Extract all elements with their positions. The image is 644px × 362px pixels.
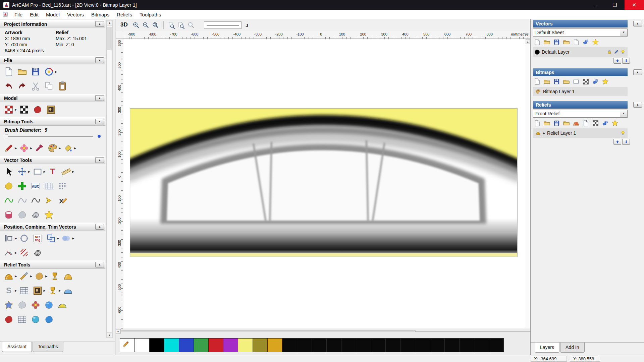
palette-swatch-13[interactable] [312, 338, 327, 352]
palette-swatch-25[interactable] [489, 338, 504, 352]
constant-height-icon[interactable] [61, 284, 75, 297]
slider-handle[interactable] [5, 134, 8, 139]
scroll-up-button[interactable]: ▲ [526, 39, 530, 44]
project-information-collapse-button[interactable]: ▲ [95, 21, 104, 27]
relief-layer-up-icon[interactable] [613, 139, 621, 145]
horizontal-scrollbar[interactable]: ▸ [116, 329, 530, 334]
merge-bitmap-layers-icon[interactable] [600, 77, 610, 86]
copy-icon[interactable] [42, 80, 56, 92]
open-model-icon[interactable] [15, 65, 29, 78]
tab-assistant[interactable]: Assistant [2, 342, 32, 352]
delete-vector-layer-icon[interactable] [581, 38, 591, 46]
bitmap-layer-thumbnail-icon[interactable] [535, 88, 541, 95]
weld-vectors-flyout-arrow[interactable]: ▸ [72, 236, 74, 241]
paste-along-curve-icon[interactable] [42, 180, 56, 192]
add-draft-icon[interactable] [56, 299, 69, 311]
sculpting-flyout-arrow[interactable]: ▸ [45, 274, 48, 279]
align-vectors-flyout-arrow[interactable]: ▸ [15, 236, 17, 241]
save-bitmap-layer-icon[interactable] [552, 77, 561, 86]
palette-swatch-11[interactable] [282, 338, 297, 352]
save-vector-layer-icon[interactable] [552, 38, 561, 46]
turn-relief-icon[interactable] [29, 299, 42, 311]
relief-tool-b-icon[interactable] [15, 313, 29, 325]
copy-rotate-icon[interactable] [17, 232, 31, 244]
scroll-right-button[interactable]: ▸ [116, 329, 121, 334]
emboss-wizard-icon[interactable] [46, 284, 59, 297]
save-relief-layer-icon[interactable] [552, 119, 561, 127]
zoom-objects-icon[interactable] [177, 20, 186, 29]
vector-layer-up-icon[interactable] [613, 58, 621, 64]
close-button[interactable]: ✕ [625, 0, 644, 10]
minimize-button[interactable]: – [586, 0, 605, 10]
canvas-2d-view[interactable]: ▲ [123, 39, 530, 328]
zoom-out-icon[interactable] [141, 20, 150, 29]
artwork-bed-headboard[interactable] [130, 108, 518, 257]
vector-layer-row[interactable]: Default Layer [533, 47, 628, 57]
sphere-wizard-icon[interactable] [42, 299, 56, 311]
set-model-size-flyout-arrow[interactable]: ▸ [15, 107, 17, 112]
sheet-selector[interactable]: Default Sheet ▼ [533, 28, 628, 37]
palette-swatch-3[interactable] [164, 338, 179, 352]
relief-layer-row[interactable]: ▸ Relief Layer 1 [533, 128, 628, 138]
reliefs-collapse-button[interactable]: ▲ [633, 102, 642, 108]
group-vectors-icon[interactable] [44, 232, 58, 244]
zoom-in-icon[interactable] [131, 20, 141, 29]
relief-layer-expander[interactable]: ▸ [543, 131, 545, 135]
create-ellipse-icon[interactable] [2, 180, 15, 192]
menu-bitmaps[interactable]: Bitmaps [88, 11, 113, 18]
horizontal-scroll-track[interactable] [121, 331, 530, 331]
vertical-scrollbar[interactable]: ▲ [525, 39, 530, 328]
colour-picker-icon[interactable] [33, 142, 46, 154]
maximize-button[interactable]: ❐ [605, 0, 625, 10]
sculpting-icon[interactable] [33, 270, 46, 282]
pen-style-icon[interactable]: J [243, 20, 252, 29]
bitmap-tools-collapse-button[interactable]: ▲ [95, 119, 104, 124]
relief-layer-down-icon[interactable] [622, 139, 630, 145]
edit-layer-colour-icon[interactable] [613, 49, 619, 55]
smooth-relief-flyout-arrow[interactable]: ▸ [30, 274, 33, 279]
new-vector-layer-icon[interactable] [532, 38, 542, 46]
vectors-collapse-button[interactable]: ▲ [633, 21, 642, 26]
bitmap-preview-icon[interactable] [571, 77, 581, 86]
edit-palette-flyout-arrow[interactable]: ▸ [59, 145, 61, 150]
palette-swatch-2[interactable] [149, 338, 164, 352]
delete-relief-layer-icon[interactable] [600, 119, 610, 127]
palette-swatch-1[interactable] [135, 338, 150, 352]
palette-swatch-20[interactable] [415, 338, 430, 352]
freehand-polyline-icon[interactable] [2, 194, 15, 206]
palette-swatch-9[interactable] [253, 338, 268, 352]
assistant-scroll-down-button[interactable]: ▼ [107, 333, 112, 338]
wrap-relief-icon[interactable] [15, 299, 29, 311]
slider-track[interactable] [5, 136, 93, 137]
load-reference-image-icon[interactable] [44, 103, 58, 116]
palette-swatch-21[interactable] [430, 338, 445, 352]
palette-swatch-10[interactable] [267, 338, 282, 352]
two-rail-sweep-icon[interactable] [61, 270, 75, 282]
brush-diameter-slider[interactable] [5, 134, 101, 140]
palette-swatch-8[interactable] [238, 338, 253, 352]
create-text-block-icon[interactable]: ABC [29, 180, 42, 192]
new-bitmap-layer-icon[interactable] [532, 77, 542, 86]
relief-preview-icon[interactable] [581, 119, 591, 127]
palette-swatch-15[interactable] [341, 338, 356, 352]
trim-vectors-icon[interactable] [2, 246, 15, 259]
palette-swatch-17[interactable] [371, 338, 386, 352]
create-rectangle-icon[interactable] [31, 165, 44, 178]
new-model-icon[interactable] [2, 65, 15, 78]
create-polyline-icon[interactable] [15, 180, 29, 192]
paste-icon[interactable] [56, 80, 69, 92]
palette-swatch-16[interactable] [356, 338, 371, 352]
menu-edit[interactable]: Edit [26, 11, 42, 18]
menu-model[interactable]: Model [42, 11, 63, 18]
tab-toolpaths[interactable]: Toolpaths [33, 342, 63, 352]
open-bitmap-layer-icon[interactable] [542, 77, 552, 86]
palette-swatch-23[interactable] [459, 338, 474, 352]
sheet-selector-arrow[interactable]: ▼ [620, 29, 627, 36]
transform-vectors-flyout-arrow[interactable]: ▸ [28, 169, 31, 174]
delete-bitmap-layer-icon[interactable] [591, 77, 600, 86]
paint-brush-flyout-arrow[interactable]: ▸ [15, 145, 17, 150]
relief-tool-d-icon[interactable] [42, 313, 56, 325]
star-wizard-icon[interactable] [2, 299, 15, 311]
shape-editor-flyout-arrow[interactable]: ▸ [15, 274, 17, 279]
smooth-polyline-icon[interactable] [15, 194, 29, 206]
